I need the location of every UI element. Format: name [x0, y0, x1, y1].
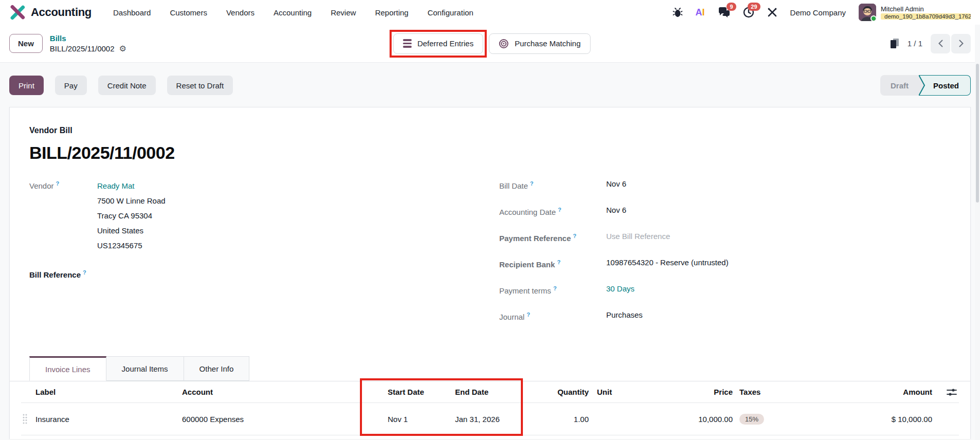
pay-button[interactable]: Pay	[55, 76, 87, 95]
action-row: Print Pay Credit Note Reset to Draft Dra…	[0, 63, 980, 107]
app-name: Accounting	[31, 6, 92, 19]
pager-next-button[interactable]	[951, 34, 971, 53]
pager: 1 / 1	[890, 34, 971, 53]
tab-invoice-lines[interactable]: Invoice Lines	[29, 356, 106, 381]
cell-price[interactable]: 10,000.00	[633, 415, 733, 424]
print-button[interactable]: Print	[9, 76, 44, 95]
company-switcher[interactable]: Demo Company	[790, 8, 846, 17]
cell-quantity[interactable]: 1.00	[532, 415, 589, 424]
app-brand[interactable]: Accounting	[9, 4, 92, 21]
cell-account[interactable]: 600000 Expenses	[182, 415, 388, 424]
status-draft[interactable]: Draft	[880, 75, 919, 96]
bill-date-value[interactable]: Nov 6	[606, 178, 626, 191]
column-header-account[interactable]: Account	[182, 388, 388, 396]
document-type-label: Vendor Bill	[29, 126, 951, 135]
recipient-bank-field: Recipient Bank? 10987654320 - Reserve (u…	[499, 257, 951, 270]
cell-label[interactable]: Insurance	[35, 415, 182, 424]
payment-reference-value[interactable]: Use Bill Reference	[606, 231, 670, 244]
drag-handle-icon[interactable]	[21, 413, 35, 425]
scrollbar-thumb[interactable]	[976, 64, 979, 203]
status-posted: Posted	[919, 75, 971, 96]
bookmark-icon[interactable]	[890, 39, 899, 49]
annotation-box-deferred-entries: Deferred Entries	[390, 30, 487, 58]
help-icon: ?	[83, 269, 86, 276]
menu-dashboard[interactable]: Dashboard	[113, 8, 151, 17]
scrollbar-track[interactable]	[975, 25, 980, 440]
help-icon: ?	[553, 285, 557, 291]
payment-terms-label: Payment terms	[499, 286, 551, 295]
help-icon: ?	[557, 259, 560, 265]
column-header-start-date[interactable]: Start Date	[388, 388, 455, 396]
credit-note-button[interactable]: Credit Note	[98, 76, 156, 95]
form-sheet: Vendor Bill BILL/2025/11/0002 Vendor? Re…	[9, 107, 971, 439]
breadcrumb: Bills BILL/2025/11/0002 ⚙	[50, 34, 126, 53]
invoice-lines-table: Label Account Start Date End Date Quanti…	[21, 381, 959, 435]
online-status-dot	[870, 15, 876, 21]
status-bar: Draft Posted	[880, 75, 971, 96]
tax-badge[interactable]: 15%	[739, 414, 764, 425]
help-icon: ?	[530, 180, 534, 187]
bill-date-field: Bill Date? Nov 6	[499, 178, 951, 191]
journal-value[interactable]: Purchases	[606, 309, 643, 322]
activities-clock-icon[interactable]: 29	[743, 7, 754, 18]
ai-icon[interactable]: AI	[696, 7, 705, 18]
top-nav: Accounting Dashboard Customers Vendors A…	[0, 0, 980, 25]
gear-icon[interactable]: ⚙	[119, 45, 126, 53]
journal-field: Journal? Purchases	[499, 309, 951, 322]
invoice-line-row[interactable]: Insurance 600000 Expenses Nov 1 Jan 31, …	[21, 403, 959, 435]
menu-vendors[interactable]: Vendors	[226, 8, 255, 17]
cell-end-date[interactable]: Jan 31, 2026	[455, 415, 532, 424]
menu-reporting[interactable]: Reporting	[375, 8, 408, 17]
recipient-bank-value[interactable]: 10987654320 - Reserve (untrusted)	[606, 257, 729, 270]
debug-bug-icon[interactable]	[673, 7, 683, 17]
messages-icon[interactable]: 9	[718, 7, 730, 18]
smart-buttons: Deferred Entries Purchase Matching	[390, 30, 591, 58]
messages-badge: 9	[727, 3, 736, 11]
breadcrumb-bills-link[interactable]: Bills	[50, 34, 126, 43]
purchase-matching-button[interactable]: Purchase Matching	[489, 33, 590, 54]
column-header-label[interactable]: Label	[35, 388, 182, 396]
pager-previous-button[interactable]	[931, 34, 950, 53]
vendor-name-link[interactable]: Ready Mat	[97, 178, 166, 193]
page: Accounting Dashboard Customers Vendors A…	[0, 0, 980, 440]
bill-date-label: Bill Date	[499, 181, 528, 190]
bill-reference-field[interactable]: Bill Reference?	[29, 267, 499, 280]
vendor-address-line: 7500 W Linne Road	[97, 193, 166, 208]
journal-label: Journal	[499, 313, 524, 321]
tab-other-info[interactable]: Other Info	[184, 356, 250, 381]
help-icon: ?	[558, 207, 561, 213]
avatar	[859, 4, 876, 21]
main-menu: Dashboard Customers Vendors Accounting R…	[113, 8, 474, 17]
vendor-address-line: Tracy CA 95304	[97, 208, 166, 223]
status-chevron-icon	[919, 75, 925, 96]
reset-to-draft-button[interactable]: Reset to Draft	[167, 76, 233, 95]
tools-icon[interactable]	[767, 7, 777, 17]
user-menu[interactable]: Mitchell Admin demo_190_1b8a709d49d3_176…	[859, 4, 971, 21]
optional-columns-button[interactable]	[936, 388, 959, 396]
document-title[interactable]: BILL/2025/11/0002	[29, 143, 951, 163]
breadcrumb-current: BILL/2025/11/0002	[50, 44, 115, 53]
column-header-taxes[interactable]: Taxes	[733, 388, 801, 396]
menu-review[interactable]: Review	[331, 8, 356, 17]
column-header-quantity[interactable]: Quantity	[532, 388, 589, 396]
column-header-amount[interactable]: Amount	[801, 388, 936, 396]
menu-configuration[interactable]: Configuration	[427, 8, 473, 17]
vendor-address-line: US12345675	[97, 238, 166, 253]
menu-accounting[interactable]: Accounting	[274, 8, 312, 17]
breadcrumb-row: New Bills BILL/2025/11/0002 ⚙ Deferred E…	[0, 25, 980, 63]
user-name: Mitchell Admin	[881, 5, 971, 13]
cell-start-date[interactable]: Nov 1	[388, 415, 455, 424]
help-icon: ?	[56, 180, 60, 187]
accounting-date-label: Accounting Date	[499, 208, 556, 216]
column-header-unit[interactable]: Unit	[589, 388, 633, 396]
deferred-entries-button[interactable]: Deferred Entries	[393, 33, 483, 54]
new-button[interactable]: New	[9, 34, 43, 53]
database-name: demo_190_1b8a709d49d3_1762…	[881, 13, 971, 20]
column-header-end-date[interactable]: End Date	[455, 388, 532, 396]
payment-terms-value[interactable]: 30 Days	[606, 283, 634, 296]
accounting-date-value[interactable]: Nov 6	[606, 205, 626, 217]
payment-reference-field: Payment Reference? Use Bill Reference	[499, 231, 951, 244]
menu-customers[interactable]: Customers	[170, 8, 207, 17]
column-header-price[interactable]: Price	[633, 388, 733, 396]
tab-journal-items[interactable]: Journal Items	[106, 356, 184, 381]
